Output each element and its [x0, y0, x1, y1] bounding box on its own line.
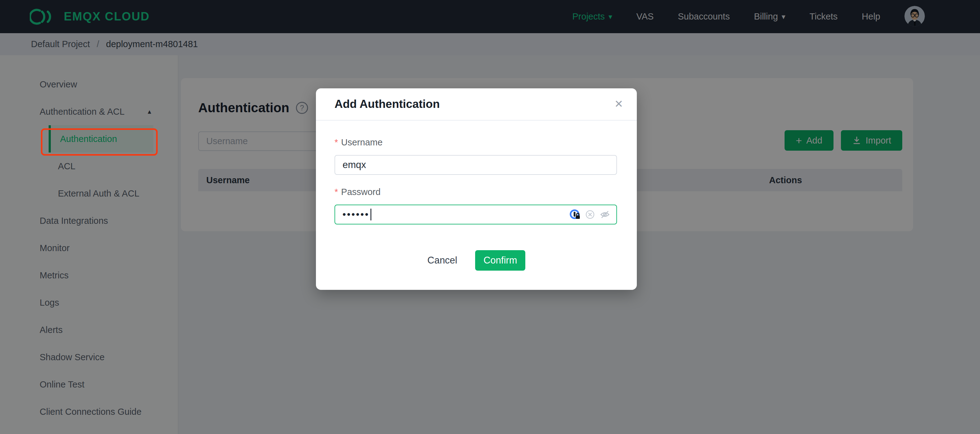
required-asterisk: *: [334, 137, 338, 148]
username-field[interactable]: [334, 155, 617, 175]
toggle-password-visibility-icon[interactable]: [600, 209, 610, 220]
clear-input-icon[interactable]: [585, 210, 595, 219]
onepassword-extension-icon[interactable]: [569, 209, 581, 220]
annotation-highlight-box: [41, 128, 158, 156]
close-icon[interactable]: ✕: [614, 97, 624, 110]
username-label: * Username: [334, 137, 382, 148]
dialog-title: Add Authentication: [334, 97, 440, 111]
password-label: * Password: [334, 187, 381, 197]
cancel-button[interactable]: Cancel: [428, 255, 458, 266]
text-cursor: [371, 209, 371, 220]
password-masked-value: ••••••: [342, 209, 369, 220]
password-field[interactable]: ••••••: [334, 204, 617, 225]
confirm-button[interactable]: Confirm: [475, 250, 525, 271]
dialog-header: Add Authentication ✕: [316, 88, 637, 121]
required-asterisk: *: [334, 187, 338, 197]
dialog-footer: Cancel Confirm: [316, 250, 637, 271]
add-authentication-dialog: Add Authentication ✕ * Username * Passwo…: [316, 88, 637, 290]
